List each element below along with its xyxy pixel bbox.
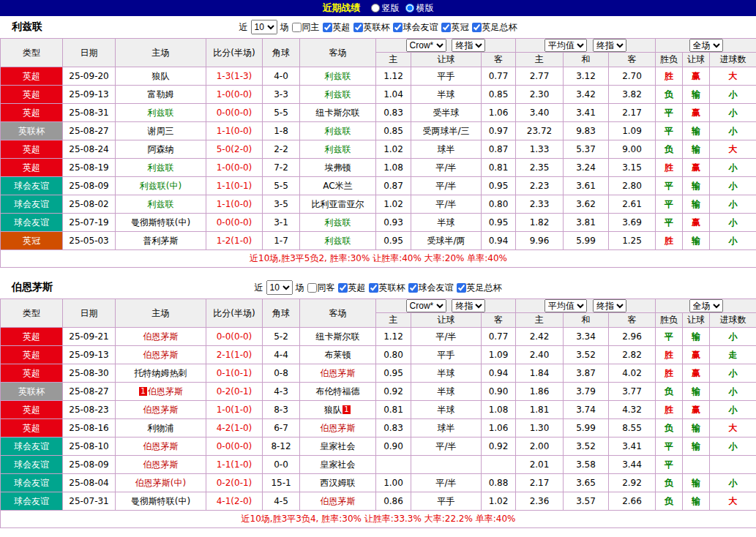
match-row: 英联杯25-08-271伯恩茅斯0-2(0-1)4-3布伦特福德0.92半球0.… [1, 383, 756, 401]
league-filter-checkbox[interactable] [472, 23, 482, 32]
layout-option-vertical[interactable]: 竖版 [371, 2, 400, 15]
avg-draw-cell: 3.52 [564, 346, 609, 364]
away-team-cell: 布莱顿 [300, 346, 376, 364]
league-filter-英联杯[interactable]: 英联杯 [369, 282, 405, 294]
league-filter-英联杯[interactable]: 英联杯 [353, 21, 390, 34]
score-cell: 0-0(0-0) [206, 214, 263, 232]
league-filter-checkbox[interactable] [408, 283, 418, 293]
result-handicap-cell: 输 [683, 140, 710, 159]
away-team-cell: 皇家社会 [300, 438, 376, 456]
avg-home-cell: 2.40 [516, 346, 564, 364]
league-filter-英冠[interactable]: 英冠 [441, 21, 469, 34]
home-team-cell: 利兹联 [116, 195, 206, 214]
result-handicap-cell: 输 [683, 232, 710, 250]
red-card-badge: 1 [139, 387, 147, 396]
odds-group-header: Crow* 终指 [376, 39, 516, 53]
same-venue-checkbox[interactable] [307, 283, 317, 293]
odds-home-cell: 0.95 [376, 232, 411, 250]
league-filter-英超[interactable]: 英超 [323, 21, 351, 34]
avg-home-cell: 1.86 [516, 383, 564, 401]
average-select[interactable]: 平均值 [544, 299, 587, 312]
same-venue-filter[interactable]: 同客 [307, 282, 335, 294]
avg-home-cell: 2.23 [516, 177, 564, 195]
away-team-cell: 纽卡斯尔联 [300, 328, 376, 346]
result-goals-cell: 大 [710, 492, 756, 511]
red-card-badge: 1 [343, 405, 351, 414]
vertical-layout-radio[interactable] [371, 4, 380, 12]
result-handicap-cell: 赢 [683, 104, 710, 122]
score-cell: 1-1(0-0) [206, 195, 263, 214]
final-odds-select-1[interactable]: 终指 [452, 39, 485, 52]
league-filter-球会友谊[interactable]: 球会友谊 [408, 282, 454, 294]
bookmaker-select[interactable]: Crow* [406, 299, 446, 312]
away-team-cell: 纽卡斯尔联 [300, 104, 376, 122]
home-team-cell: 托特纳姆热刺 [116, 364, 206, 383]
corner-cell: 8-3 [263, 401, 300, 419]
bookmaker-select[interactable]: Crow* [406, 39, 446, 52]
odds-handicap-cell: 半球 [411, 383, 482, 401]
league-filter-checkbox[interactable] [393, 23, 403, 32]
horizontal-layout-radio[interactable] [405, 4, 414, 12]
league-filter-checkbox[interactable] [323, 23, 332, 32]
col-header-corner: 角球 [263, 39, 300, 67]
away-team-cell: AC米兰 [300, 177, 376, 195]
result-handicap-cell: 输 [683, 474, 710, 492]
summary-row: 近10场,胜3平5负2, 胜率:30% 让胜率:40% 大率:20% 单率:40… [1, 250, 756, 268]
result-goals-cell: 大 [710, 140, 756, 159]
corner-cell: 5-2 [263, 328, 300, 346]
final-odds-select-2[interactable]: 终指 [593, 39, 626, 52]
away-team-cell: 埃弗顿 [300, 159, 376, 177]
sub-header-result-handicap: 让球 [683, 53, 710, 67]
matches-table: 类型 日期 主场 比分(半场) 角球 客场 Crow* 终指 平均值 终指 全场 [0, 38, 756, 268]
scope-select[interactable]: 全场 [689, 299, 723, 312]
away-team-cell: 比利亚雷亚尔 [300, 195, 376, 214]
same-venue-checkbox[interactable] [292, 23, 302, 32]
odds-handicap-cell: 平手 [411, 67, 482, 86]
home-team-cell: 普利茅斯 [116, 232, 206, 250]
league-filter-checkbox[interactable] [353, 23, 363, 32]
match-date: 25-08-10 [63, 438, 116, 456]
result-handicap-cell: 输 [683, 492, 710, 511]
filters: 近 10 场 同客 英超英联杯球会友谊英足总杯 [255, 280, 502, 295]
col-header-type: 类型 [1, 299, 63, 328]
league-filter-英足总杯[interactable]: 英足总杯 [457, 282, 502, 294]
league-filter-label: 英超 [333, 21, 351, 34]
avg-away-cell: 4.02 [609, 364, 656, 383]
corner-cell: 0-0 [263, 456, 300, 474]
score-cell: 0-1(0-1) [206, 364, 263, 383]
avg-home-cell: 2.33 [516, 195, 564, 214]
home-team-cell: 伯恩茅斯 [116, 456, 206, 474]
average-select[interactable]: 平均值 [544, 39, 587, 52]
odds-home-cell [376, 456, 411, 474]
league-filter-checkbox[interactable] [441, 23, 451, 32]
away-team-name: 利兹联 [325, 236, 351, 246]
scope-select[interactable]: 全场 [689, 39, 723, 52]
avg-away-cell: 3.77 [609, 383, 656, 401]
league-filter-checkbox[interactable] [369, 283, 378, 293]
corner-cell: 8-12 [263, 438, 300, 456]
final-odds-select-1[interactable]: 终指 [452, 299, 485, 312]
league-filter-球会友谊[interactable]: 球会友谊 [393, 21, 438, 34]
league-filter-checkbox[interactable] [457, 283, 466, 293]
result-handicap-cell: 赢 [683, 214, 710, 232]
score-cell: 0-0(0-0) [206, 438, 263, 456]
recent-count-select[interactable]: 10 [251, 20, 277, 34]
home-team-name: 普利茅斯 [143, 236, 179, 246]
match-date: 25-08-27 [63, 383, 116, 401]
match-date: 25-08-04 [63, 474, 116, 492]
match-row: 英超25-08-24阿森纳5-0(2-0)2-2利兹联1.02球半0.871.3… [1, 140, 756, 159]
same-venue-label: 同主 [302, 21, 320, 34]
league-filter-英超[interactable]: 英超 [338, 282, 366, 294]
league-filter-英足总杯[interactable]: 英足总杯 [472, 21, 517, 34]
recent-count-select[interactable]: 10 [266, 280, 293, 295]
league-filter-checkbox[interactable] [338, 283, 348, 293]
home-team-cell: 伯恩茅斯 [116, 346, 206, 364]
away-team-name: 西汉姆联 [321, 478, 356, 488]
result-wdl-cell: 平 [656, 195, 683, 214]
same-venue-filter[interactable]: 同主 [292, 21, 320, 34]
league-badge: 英超 [1, 346, 63, 364]
final-odds-select-2[interactable]: 终指 [593, 299, 626, 312]
result-wdl-cell: 胜 [656, 346, 683, 364]
layout-option-horizontal[interactable]: 横版 [405, 2, 434, 15]
match-row: 球会友谊25-07-31曼彻斯特联(中)4-1(2-0)4-5伯恩茅斯0.86平… [1, 492, 756, 511]
